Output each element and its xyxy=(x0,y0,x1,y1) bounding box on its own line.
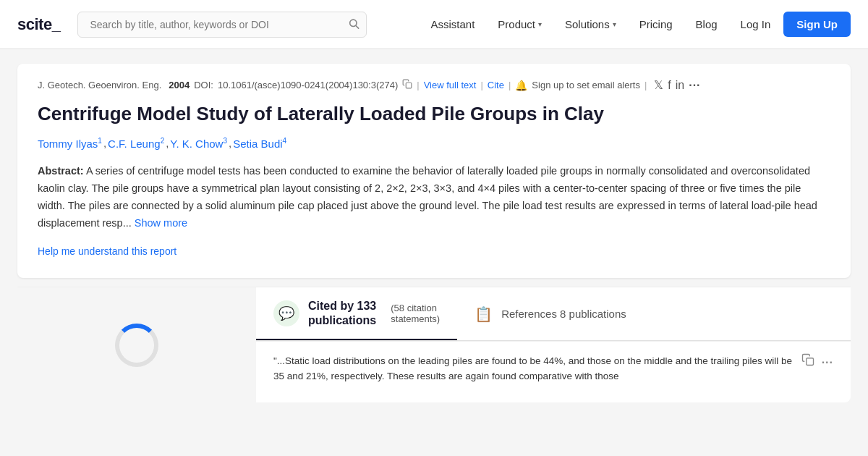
cited-by-label: Cited by 133 xyxy=(308,299,376,313)
loading-spinner xyxy=(115,324,158,367)
author-2[interactable]: C.F. Leung2 xyxy=(108,137,164,150)
quote-text: "...Static load distributions on the lea… xyxy=(273,353,793,384)
nav-item-pricing[interactable]: Pricing xyxy=(629,12,683,36)
cite-link[interactable]: Cite xyxy=(488,80,504,90)
show-more-link[interactable]: Show more xyxy=(135,217,187,229)
document-icon: 📋 xyxy=(475,305,493,323)
copy-doi-icon[interactable] xyxy=(402,79,412,91)
citation-count-1: (58 citation xyxy=(391,303,440,313)
author-3[interactable]: Y. K. Chow3 xyxy=(170,137,227,150)
main-nav: Assistant Product ▾ Solutions ▾ Pricing … xyxy=(420,12,851,37)
nav-item-product[interactable]: Product ▾ xyxy=(488,12,552,36)
nav-item-assistant[interactable]: Assistant xyxy=(420,12,485,36)
journal-name: J. Geotech. Geoenviron. Eng. xyxy=(38,80,161,90)
nav-item-blog[interactable]: Blog xyxy=(686,12,728,36)
author-1[interactable]: Tommy Ilyas1 xyxy=(38,137,102,150)
author-4[interactable]: Setia Budi4 xyxy=(233,137,286,150)
references-label: References 8 publications xyxy=(501,308,626,320)
solutions-chevron-icon: ▾ xyxy=(613,20,616,28)
search-wrapper xyxy=(77,12,367,38)
doi-label: DOI: xyxy=(194,80,213,90)
paper-card: J. Geotech. Geoenviron. Eng. 2004 DOI: 1… xyxy=(17,64,851,278)
nav-item-solutions[interactable]: Solutions ▾ xyxy=(555,12,626,36)
header: scite_ Assistant Product ▾ Solutions ▾ P… xyxy=(0,0,868,49)
abstract: Abstract: A series of centrifuge model t… xyxy=(38,163,830,232)
quote-more-icon[interactable]: ··· xyxy=(822,353,833,372)
help-link[interactable]: Help me understand this report xyxy=(38,245,176,257)
copy-icon[interactable] xyxy=(801,353,814,372)
view-full-text-link[interactable]: View full text xyxy=(424,80,477,90)
publication-year: 2004 xyxy=(169,80,190,90)
more-options-icon[interactable]: ··· xyxy=(689,79,700,92)
search-input[interactable] xyxy=(77,12,367,38)
login-button[interactable]: Log In xyxy=(731,12,781,36)
product-chevron-icon: ▾ xyxy=(538,20,542,28)
chat-icon: 💬 xyxy=(273,300,299,326)
spinner-area xyxy=(17,287,256,402)
cited-by-tab[interactable]: 💬 Cited by 133 publications (58 citation… xyxy=(256,287,457,339)
citation-quote: "...Static load distributions on the lea… xyxy=(256,341,851,396)
citations-tabs: 💬 Cited by 133 publications (58 citation… xyxy=(256,287,851,340)
linkedin-icon[interactable]: in xyxy=(676,79,684,92)
meta-row: J. Geotech. Geoenviron. Eng. 2004 DOI: 1… xyxy=(38,78,830,92)
bottom-section: 💬 Cited by 133 publications (58 citation… xyxy=(17,287,851,402)
references-tab[interactable]: 📋 References 8 publications xyxy=(457,287,644,339)
citations-panel: 💬 Cited by 133 publications (58 citation… xyxy=(256,287,851,402)
quote-actions: ··· xyxy=(801,353,833,372)
authors-list: Tommy Ilyas1 , C.F. Leung2 , Y. K. Chow3… xyxy=(38,137,830,150)
paper-title: Centrifuge Model Study of Laterally Load… xyxy=(38,102,830,127)
twitter-icon[interactable]: 𝕏 xyxy=(654,78,663,92)
svg-line-1 xyxy=(356,25,359,28)
svg-rect-2 xyxy=(407,83,412,88)
signup-button[interactable]: Sign Up xyxy=(783,12,851,37)
email-alert-text: Sign up to set email alerts xyxy=(532,80,640,90)
publications-label: publications xyxy=(308,313,376,327)
doi-value: 10.1061/(asce)1090-0241(2004)130:3(274) xyxy=(218,80,398,90)
svg-rect-3 xyxy=(806,358,813,366)
social-icons: 𝕏 f in xyxy=(654,78,684,92)
bell-icon: 🔔 xyxy=(515,80,527,91)
facebook-icon[interactable]: f xyxy=(668,79,671,92)
logo: scite_ xyxy=(17,15,60,34)
search-button[interactable] xyxy=(348,17,359,31)
citation-count-2: statements) xyxy=(391,313,440,324)
main-content: J. Geotech. Geoenviron. Eng. 2004 DOI: 1… xyxy=(0,49,868,417)
